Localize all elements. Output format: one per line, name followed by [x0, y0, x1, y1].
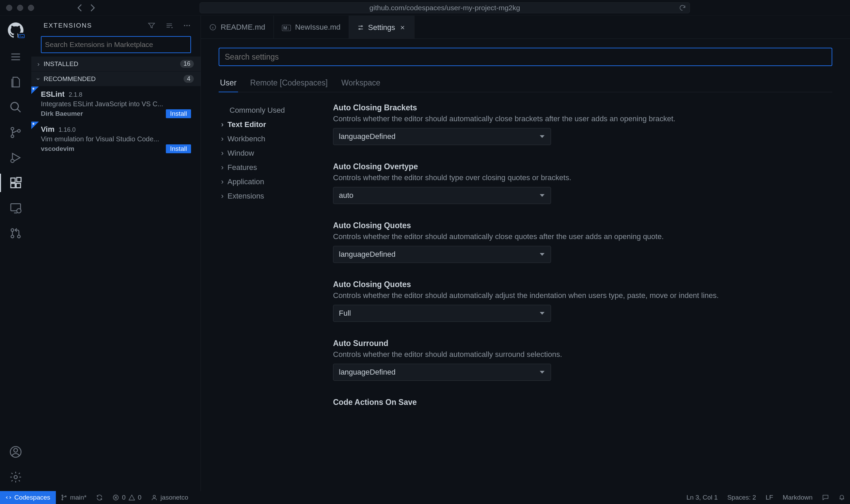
- extension-description: Integrates ESLint JavaScript into VS C..…: [41, 100, 191, 108]
- svg-point-3: [11, 135, 14, 138]
- info-icon: [209, 23, 217, 31]
- nav-arrows: [75, 3, 97, 13]
- extension-item[interactable]: Vim 1.16.0 Vim emulation for Visual Stud…: [31, 122, 201, 157]
- svg-point-22: [361, 26, 362, 27]
- extension-search-input[interactable]: [41, 36, 191, 53]
- setting-dropdown[interactable]: languageDefined: [333, 128, 551, 145]
- scope-tab[interactable]: Workspace: [340, 74, 382, 92]
- svg-point-23: [359, 28, 360, 29]
- chevron-down-icon: ›: [35, 77, 42, 81]
- codespaces-status[interactable]: Codespaces: [0, 491, 56, 504]
- spaces-status[interactable]: Spaces: 2: [723, 494, 761, 501]
- recommended-section-header[interactable]: › RECOMMENDED 4: [31, 72, 201, 86]
- svg-point-24: [62, 495, 63, 496]
- extension-version: 1.16.0: [59, 126, 76, 133]
- svg-point-18: [184, 25, 185, 26]
- editor-tabs: README.md M↓ NewIssue.md Settings: [201, 16, 850, 39]
- setting-dropdown[interactable]: languageDefined: [333, 246, 551, 263]
- installed-section-header[interactable]: › INSTALLED 16: [31, 57, 201, 72]
- setting-title: Code Actions On Save: [333, 398, 832, 407]
- github-logo: [7, 22, 24, 39]
- extension-version: 2.1.8: [69, 91, 82, 98]
- maximize-window-button[interactable]: [28, 5, 34, 11]
- svg-point-28: [153, 495, 156, 498]
- cursor-position[interactable]: Ln 3, Col 1: [682, 494, 723, 501]
- settings-nav-item[interactable]: ›Text Editor: [219, 117, 314, 132]
- setting-dropdown[interactable]: auto: [333, 187, 551, 204]
- clear-icon[interactable]: [165, 21, 173, 30]
- chevron-right-icon: ›: [36, 60, 41, 68]
- menu-icon[interactable]: [9, 50, 23, 64]
- settings-nav-item[interactable]: Commonly Used: [219, 103, 314, 117]
- notifications-icon[interactable]: [834, 494, 850, 501]
- tab-label: README.md: [221, 23, 265, 32]
- svg-point-25: [62, 499, 63, 500]
- nav-back-button[interactable]: [75, 3, 84, 13]
- extensions-icon[interactable]: [9, 176, 23, 190]
- feedback-icon[interactable]: [817, 494, 834, 501]
- settings-nav-item[interactable]: ›Workbench: [219, 132, 314, 146]
- close-icon[interactable]: [399, 24, 406, 31]
- svg-point-19: [186, 25, 188, 26]
- setting-item: Code Actions On Save: [333, 398, 832, 407]
- branch-status[interactable]: main*: [56, 491, 92, 504]
- source-control-icon[interactable]: [9, 125, 23, 140]
- svg-point-20: [189, 25, 190, 26]
- debug-icon[interactable]: [9, 151, 23, 165]
- setting-dropdown[interactable]: Full: [333, 305, 551, 322]
- svg-rect-7: [11, 184, 15, 188]
- minimize-window-button[interactable]: [17, 5, 23, 11]
- settings-search-input[interactable]: [219, 48, 832, 66]
- svg-rect-8: [16, 184, 21, 188]
- settings-gear-icon[interactable]: [9, 470, 23, 484]
- settings-nav-item[interactable]: ›Window: [219, 146, 314, 160]
- editor-area: README.md M↓ NewIssue.md Settings UserRe…: [201, 16, 850, 491]
- extension-author: vscodevim: [41, 145, 74, 153]
- settings-nav-item[interactable]: ›Application: [219, 175, 314, 189]
- explorer-icon[interactable]: [9, 75, 23, 89]
- eol-status[interactable]: LF: [761, 494, 778, 501]
- user-status[interactable]: jasonetco: [146, 491, 193, 504]
- extension-item[interactable]: ESLint 2.1.8 Integrates ESLint JavaScrip…: [31, 86, 201, 122]
- settings-scope-tabs: UserRemote [Codespaces]Workspace: [219, 74, 832, 92]
- settings-nav-item[interactable]: ›Extensions: [219, 189, 314, 203]
- nav-forward-button[interactable]: [88, 3, 97, 13]
- editor-tab[interactable]: M↓ NewIssue.md: [274, 16, 349, 38]
- close-window-button[interactable]: [6, 5, 12, 11]
- chevron-right-icon: ›: [220, 192, 225, 201]
- more-icon[interactable]: [183, 21, 191, 30]
- problems-status[interactable]: 0 0: [108, 491, 146, 504]
- account-icon[interactable]: [9, 445, 23, 459]
- sync-status[interactable]: [91, 491, 108, 504]
- settings-content: Auto Closing BracketsControls whether th…: [333, 103, 832, 424]
- url-text: github.com/codespaces/user-my-project-mg…: [369, 4, 520, 12]
- settings-nav: Commonly Used›Text Editor›Workbench›Wind…: [219, 103, 314, 424]
- reload-icon[interactable]: [679, 4, 686, 12]
- setting-dropdown[interactable]: languageDefined: [333, 364, 551, 381]
- settings-editor: UserRemote [Codespaces]Workspace Commonl…: [201, 39, 850, 491]
- svg-rect-6: [11, 178, 15, 183]
- filter-icon[interactable]: [147, 21, 156, 30]
- github-pr-icon[interactable]: [9, 226, 23, 240]
- language-status[interactable]: Markdown: [778, 494, 817, 501]
- install-button[interactable]: Install: [166, 144, 191, 153]
- extensions-sidebar: EXTENSIONS › INSTALLED 16 › RECOMMENDED …: [31, 16, 201, 491]
- url-bar[interactable]: github.com/codespaces/user-my-project-mg…: [200, 2, 690, 13]
- editor-tab[interactable]: README.md: [201, 16, 274, 38]
- remote-explorer-icon[interactable]: [9, 201, 23, 215]
- search-icon[interactable]: [9, 100, 23, 114]
- install-button[interactable]: Install: [166, 109, 191, 118]
- extension-description: Vim emulation for Visual Studio Code...: [41, 135, 191, 143]
- settings-nav-item[interactable]: ›Features: [219, 160, 314, 175]
- svg-point-1: [11, 103, 18, 110]
- section-count: 4: [184, 75, 194, 83]
- tab-label: Settings: [368, 23, 395, 32]
- setting-title: Auto Closing Quotes: [333, 280, 832, 289]
- scope-tab[interactable]: Remote [Codespaces]: [249, 74, 329, 92]
- scope-tab[interactable]: User: [219, 74, 238, 92]
- svg-rect-0: [19, 34, 25, 38]
- editor-tab[interactable]: Settings: [349, 16, 415, 38]
- recommended-badge-icon: [31, 122, 39, 129]
- extension-name: Vim: [41, 125, 54, 134]
- activity-bar: [0, 16, 31, 491]
